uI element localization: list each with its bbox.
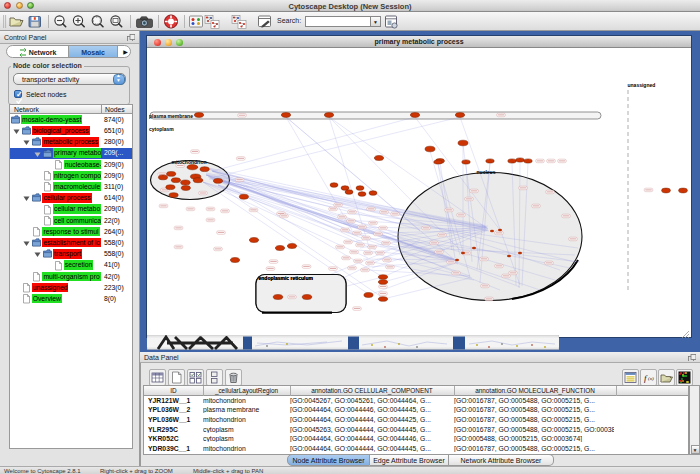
svg-text:endoplasmic reticulum: endoplasmic reticulum bbox=[259, 275, 314, 281]
svg-text:mitochondrion: mitochondrion bbox=[172, 159, 207, 165]
svg-text:plasma membrane: plasma membrane bbox=[149, 113, 193, 119]
svg-text:unassigned: unassigned bbox=[628, 82, 656, 88]
svg-text:cytoplasm: cytoplasm bbox=[149, 126, 174, 132]
svg-text:nucleus: nucleus bbox=[477, 169, 496, 175]
svg-text:(x): (x) bbox=[648, 376, 654, 381]
